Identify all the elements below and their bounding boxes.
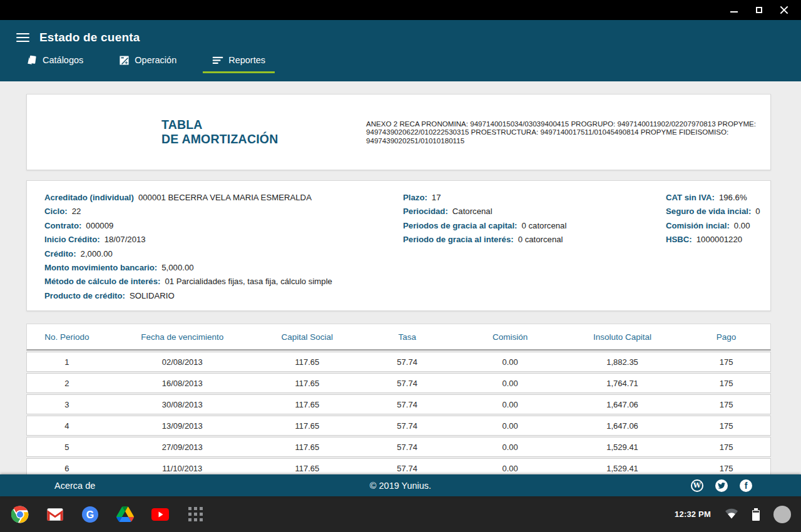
google-icon[interactable]: G [81, 506, 99, 523]
detail-row: Método de cálculo de interés:01 Parciali… [44, 277, 403, 290]
tab-reportes[interactable]: Reportes [203, 53, 275, 73]
table-row: 216/08/2013117.6557.740.001,764.71175 [26, 373, 771, 393]
catalog-icon [26, 54, 38, 66]
table-cell: 57.74 [357, 400, 458, 409]
table-cell: 1,647.06 [563, 400, 682, 409]
detail-value: 1000001220 [696, 235, 742, 244]
column-header: Insoluto Capital [563, 332, 682, 342]
table-cell: 2 [27, 379, 107, 388]
system-shelf: G 12:32 PM [0, 496, 801, 532]
table-cell: 57.74 [357, 464, 458, 473]
table-cell: 1,764.71 [563, 379, 682, 388]
tab-catalogos[interactable]: Catálogos [17, 53, 93, 73]
credit-details-col3: CAT sin IVA:196.6%Seguro de vida incial:… [666, 193, 770, 305]
status-tray[interactable]: 12:32 PM [675, 506, 791, 523]
report-title-line2: DE AMORTIZACIÓN [161, 132, 366, 146]
detail-label: Inicio Crédito: [44, 235, 100, 244]
credit-details-col2: Plazo:17Periocidad:CatorcenalPeriodos de… [403, 193, 666, 305]
page-title: Estado de cuenta [39, 31, 140, 44]
table-cell: 3 [27, 400, 107, 409]
table-cell: 117.65 [258, 421, 357, 431]
report-title: TABLA DE AMORTIZACIÓN [161, 118, 366, 146]
table-cell: 117.65 [258, 464, 357, 473]
table-cell: 57.74 [357, 357, 458, 367]
column-header: Pago [682, 332, 770, 342]
table-cell: 1,529.41 [563, 464, 682, 473]
detail-row: CAT sin IVA:196.6% [666, 193, 770, 207]
detail-row: Monto movimiento bancario:5,000.00 [44, 263, 403, 277]
detail-value: 0.00 [734, 221, 750, 230]
table-cell: 0.00 [457, 421, 563, 431]
table-cell: 30/08/2013 [107, 400, 258, 409]
copyright-text: © 2019 Yunius. [0, 481, 801, 491]
detail-label: CAT sin IVA: [666, 193, 715, 202]
table-cell: 02/08/2013 [107, 357, 258, 367]
detail-label: Método de cálculo de interés: [44, 277, 160, 286]
detail-value: 17 [432, 193, 441, 202]
table-cell: 175 [682, 421, 770, 431]
tab-label: Reportes [228, 55, 265, 65]
detail-row: Inicio Crédito:18/07/2013 [44, 235, 403, 248]
youtube-icon[interactable] [151, 506, 169, 523]
detail-value: 01 Parcialidades fijas, tasa fija, cálcu… [165, 277, 332, 286]
detail-label: Crédito: [44, 249, 76, 258]
chrome-icon[interactable] [11, 506, 29, 523]
table-row: 102/08/2013117.6557.740.001,882.35175 [26, 352, 771, 372]
close-icon[interactable] [780, 6, 788, 14]
table-cell: 13/09/2013 [107, 421, 258, 431]
table-header-row: No. PeriodoFecha de vencimientoCapital S… [26, 324, 771, 350]
svg-text:G: G [86, 509, 94, 519]
column-header: No. Periodo [27, 332, 107, 342]
clock[interactable]: 12:32 PM [675, 509, 711, 519]
tab-operacion[interactable]: Operación [110, 53, 186, 73]
detail-label: Ciclo: [44, 207, 68, 216]
app-footer: Acerca de © 2019 Yunius. W f [0, 474, 801, 496]
table-cell: 1 [27, 357, 107, 367]
table-cell: 1,882.35 [563, 357, 682, 367]
amortization-table: No. PeriodoFecha de vencimientoCapital S… [26, 324, 771, 474]
minimize-icon[interactable] [730, 6, 738, 14]
table-cell: 175 [682, 464, 770, 473]
column-header: Comisión [457, 332, 563, 342]
detail-row: Crédito:2,000.00 [44, 249, 403, 263]
detail-label: Comisión incial: [666, 221, 730, 230]
account-avatar[interactable] [773, 506, 791, 523]
column-header: Tasa [357, 332, 458, 342]
detail-label: Acreditado (individual) [44, 193, 134, 202]
about-link[interactable]: Acerca de [54, 481, 95, 491]
drive-icon[interactable] [116, 506, 134, 523]
wordpress-icon[interactable]: W [691, 479, 703, 492]
column-header: Capital Social [258, 332, 357, 342]
facebook-icon[interactable]: f [740, 479, 752, 492]
table-cell: 1,647.06 [563, 421, 682, 431]
table-cell: 4 [27, 421, 107, 431]
detail-row: Periodos de gracia al capital:0 catorcen… [403, 221, 666, 235]
tab-label: Operación [135, 55, 176, 65]
table-cell: 175 [682, 400, 770, 409]
table-row: 330/08/2013117.6557.740.001,647.06175 [26, 394, 771, 414]
hamburger-icon[interactable] [16, 33, 29, 43]
app-launcher-icon[interactable] [186, 506, 204, 523]
detail-row: Comisión incial:0.00 [666, 221, 770, 235]
table-cell: 1,529.41 [563, 442, 682, 452]
table-cell: 175 [682, 357, 770, 367]
nav-tabs: Catálogos Operación Reportes [0, 53, 801, 73]
table-cell: 0.00 [457, 357, 563, 367]
twitter-icon[interactable] [715, 479, 728, 492]
detail-row: Contrato:000009 [44, 221, 403, 235]
detail-label: Producto de crédito: [44, 291, 125, 300]
table-cell: 175 [682, 379, 770, 388]
credit-details-card: Acreditado (individual)000001 BECERRA VE… [26, 180, 771, 311]
detail-value: 0 catorcenal [518, 235, 563, 244]
detail-value: 000009 [86, 221, 113, 230]
maximize-icon[interactable] [755, 6, 763, 14]
table-cell: 117.65 [258, 379, 357, 388]
gmail-icon[interactable] [46, 506, 64, 523]
table-cell: 0.00 [457, 400, 563, 409]
table-cell: 117.65 [258, 400, 357, 409]
detail-value: 22 [72, 207, 81, 216]
column-header: Fecha de vencimiento [107, 332, 258, 342]
detail-value: 5,000.00 [161, 263, 193, 272]
table-cell: 5 [27, 442, 107, 452]
detail-label: Seguro de vida incial: [666, 207, 751, 216]
